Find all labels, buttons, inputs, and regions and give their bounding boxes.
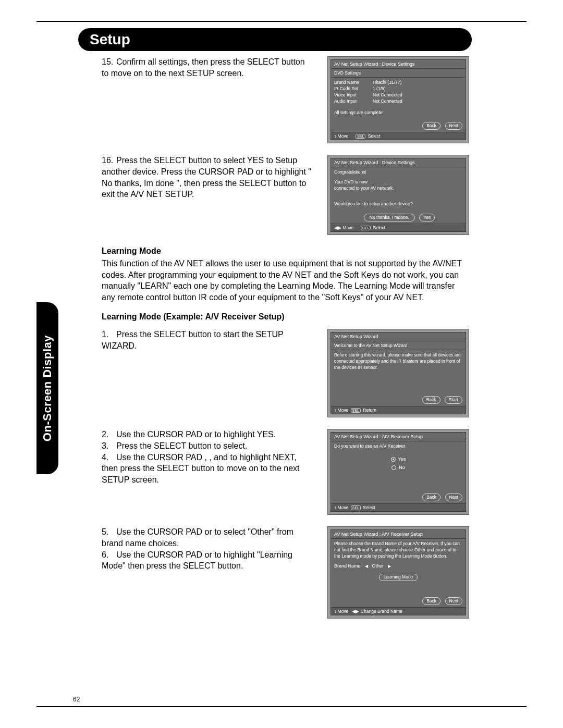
osd-footer: ↕ Move SEL Return (331, 406, 466, 414)
osd-msg: Please choose the Brand Name of your A/V… (334, 541, 462, 560)
side-tab: On-Screen Display (36, 302, 58, 474)
osd-val: Hitachi (31/77) (373, 80, 401, 86)
step-row: 2.Use the CURSOR PAD or to highlight YES… (102, 429, 469, 515)
step-body: Press the SELECT button to start the SET… (102, 330, 283, 350)
osd-key: Audio Input (334, 98, 366, 105)
osd-title: AV Net Setup Wizard : A/V Receiver Setup (331, 530, 466, 539)
osd-next-button: Next (445, 122, 462, 130)
step-body: Use the CURSOR PAD or to highlight "Lear… (102, 550, 292, 571)
step-text: 1.Press the SELECT button to start the S… (102, 329, 312, 351)
osd-back-button: Back (422, 493, 440, 501)
osd-screenshot-1: AV Net Setup Wizard : Device Settings DV… (327, 56, 469, 143)
osd-yes-button: Yes (419, 214, 435, 221)
osd-next-button: Next (445, 597, 462, 605)
osd-title: AV Net Setup Wizard : Device Settings (331, 158, 466, 167)
osd-next-button: Next (445, 493, 462, 501)
step-body: Press the SELECT button to select YES to… (102, 156, 311, 199)
osd-msg: All settings are complete! (334, 110, 462, 116)
osd-screenshot-2: AV Net Setup Wizard : Device Settings Co… (327, 155, 469, 235)
osd-learning-mode-button: Learning Mode (379, 574, 418, 581)
osd-footer: ↕ Move SEL Select (331, 132, 466, 140)
osd-val: Not Connected (373, 92, 402, 98)
step-text: 15.Confirm all settings, then press the … (102, 56, 312, 79)
step-number: 3. (102, 440, 116, 452)
osd-msg: Before starting this wizard, please make… (334, 352, 462, 371)
side-tab-label: On-Screen Display (41, 335, 54, 441)
step-number: 6. (102, 549, 116, 561)
osd-title: AV Net Setup Wizard : A/V Receiver Setup (331, 433, 466, 441)
step-number: 4. (102, 452, 116, 463)
step-body: Press the SELECT button to select. (116, 441, 247, 450)
osd-msg: Would you like to setup another device? (334, 201, 462, 207)
triangle-right-icon: ▶ (388, 563, 391, 569)
osd-key: IR Code Set (334, 86, 366, 92)
step-row: 5.Use the CURSOR PAD or to select "Other… (102, 526, 469, 619)
step-row: 16.Press the SELECT button to select YES… (102, 155, 469, 235)
step-row: 15.Confirm all settings, then press the … (102, 56, 469, 143)
step-text: 2.Use the CURSOR PAD or to highlight YES… (102, 429, 312, 485)
step-body: Use the CURSOR PAD , , and to highlight … (102, 453, 300, 484)
step-text: 16.Press the SELECT button to select YES… (102, 155, 312, 200)
osd-key: Video Input (334, 92, 366, 98)
osd-brand-value: Other (372, 563, 384, 570)
step-text: 5.Use the CURSOR PAD or to select "Other… (102, 526, 312, 571)
step-body: Use the CURSOR PAD or to highlight YES. (116, 430, 276, 439)
osd-msg: Your DVD is nowconnected to your AV netw… (334, 179, 462, 192)
osd-back-button: Back (422, 122, 440, 130)
osd-start-button: Start (445, 396, 462, 404)
step-row: 1.Press the SELECT button to start the S… (102, 329, 469, 417)
section-header: Setup (78, 28, 472, 51)
step-body: Confirm all settings, then press the SEL… (102, 57, 305, 78)
osd-title: AV Net Setup Wizard (331, 332, 466, 341)
osd-no-button: No thanks, I mdone. (364, 214, 415, 221)
osd-back-button: Back (422, 597, 440, 605)
step-number: 1. (102, 329, 116, 340)
radio-empty-icon (391, 465, 396, 470)
content-area: 15.Confirm all settings, then press the … (102, 56, 469, 630)
osd-screenshot-3: AV Net Setup Wizard Welcome to the AV Ne… (327, 329, 469, 417)
radio-filled-icon (391, 457, 396, 462)
osd-val: Not Connected (373, 98, 402, 105)
osd-opt-no: No (399, 464, 405, 471)
osd-footer: ◀▶ Move SEL Select (331, 224, 466, 231)
osd-msg: Congratulations! (334, 169, 462, 176)
osd-key: Brand Name (334, 80, 366, 86)
osd-title: AV Net Setup Wizard : Device Settings (331, 60, 466, 69)
step-number: 16. (102, 155, 116, 166)
osd-subtitle: Welcome to the AV Net Setup Wizard. (331, 341, 466, 350)
osd-opt-yes: Yes (398, 456, 406, 463)
triangle-left-icon: ◀ (365, 563, 368, 569)
learning-mode-heading: Learning Mode (102, 246, 469, 256)
step-number: 5. (102, 526, 116, 538)
step-number: 2. (102, 429, 116, 440)
osd-back-button: Back (422, 396, 440, 404)
step-number: 15. (102, 56, 116, 68)
osd-footer: ↕ Move ◀▶ Change Brand Name (331, 607, 466, 615)
osd-footer: ↕ Move SEL Select (331, 503, 466, 511)
section-title: Setup (90, 31, 130, 48)
osd-screenshot-5: AV Net Setup Wizard : A/V Receiver Setup… (327, 526, 469, 619)
learning-mode-paragraph: This function of the AV NET allows the u… (102, 258, 469, 303)
step-body: Use the CURSOR PAD or to select "Other" … (102, 527, 293, 548)
osd-msg: Do you want to use an A/V Receiver. (334, 443, 462, 450)
example-heading: Learning Mode (Example: A/V Receiver Set… (102, 312, 469, 322)
osd-val: 1 (1/5) (373, 86, 386, 92)
osd-subtitle: DVD Settings (331, 69, 466, 78)
page-number: 62 (73, 696, 80, 703)
osd-screenshot-4: AV Net Setup Wizard : A/V Receiver Setup… (327, 429, 469, 515)
osd-brand-label: Brand Name (334, 563, 361, 570)
